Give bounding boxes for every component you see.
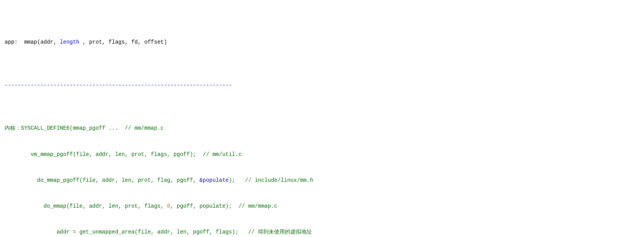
line-do-mmap-pgoff: do_mmap_pgoff(file, addr, len, prot, fla… bbox=[5, 176, 639, 185]
line-kernel: 内核：SYSCALL_DEFINE6(mmap_pgoff ... // mm/… bbox=[5, 124, 639, 132]
line-do-mmap: do_mmap(file, addr, len, prot, flags, 0,… bbox=[5, 202, 639, 210]
code-block: app: mmap(addr, length , prot, flags, fd… bbox=[5, 3, 639, 237]
line-get-unmapped: addr = get_unmapped_area(file, addr, len… bbox=[5, 228, 639, 236]
line-divider: ----------------------------------------… bbox=[5, 81, 639, 90]
line-vm-mmap: vm_mmap_pgoff(file, addr, len, prot, fla… bbox=[5, 150, 639, 159]
line-app: app: mmap(addr, length , prot, flags, fd… bbox=[5, 38, 639, 46]
